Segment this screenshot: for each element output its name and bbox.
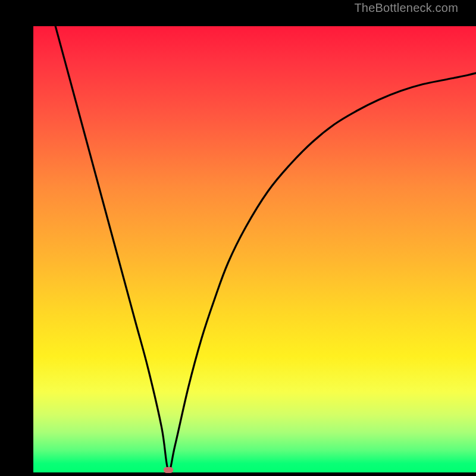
min-marker xyxy=(164,467,173,473)
bottleneck-curve xyxy=(33,26,476,472)
plot-area xyxy=(33,26,476,472)
watermark-text: TheBottleneck.com xyxy=(354,1,458,15)
chart-frame xyxy=(0,0,476,476)
